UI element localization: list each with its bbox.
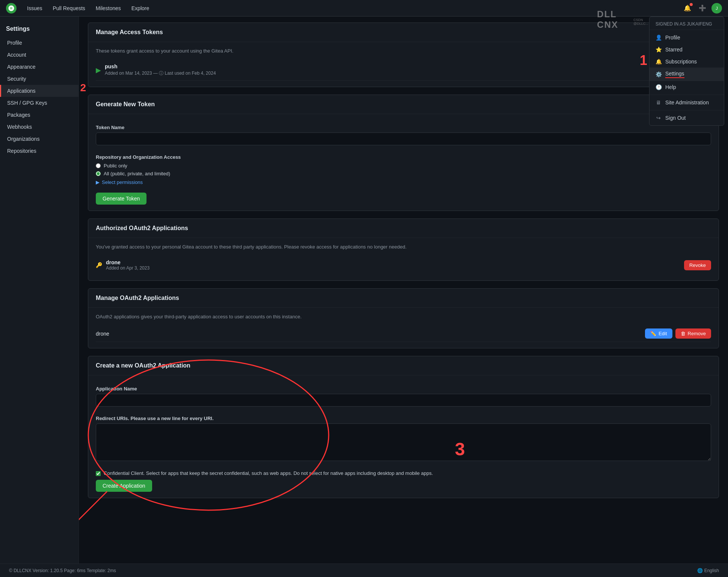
dropdown-settings-label: Settings bbox=[665, 71, 684, 78]
remove-oauth-button[interactable]: 🗑 Remove bbox=[675, 328, 711, 339]
profile-icon: 👤 bbox=[656, 35, 662, 41]
site-logo[interactable] bbox=[6, 3, 17, 14]
redirect-uri-field: Redirect URIs. Please use a new line for… bbox=[96, 411, 711, 467]
radio-all[interactable] bbox=[96, 171, 101, 176]
nav-explore[interactable]: Explore bbox=[127, 3, 154, 14]
generate-token-button[interactable]: Generate Token bbox=[96, 193, 147, 205]
sidebar-item-account[interactable]: Account bbox=[0, 49, 79, 61]
triangle-icon: ▶ bbox=[96, 179, 100, 185]
dropdown-profile-label: Profile bbox=[665, 35, 680, 41]
manage-tokens-body: These tokens grant access to your accoun… bbox=[88, 42, 719, 87]
radio-all-label[interactable]: All (public, private, and limited) bbox=[96, 171, 711, 176]
manage-oauth-row: drone ✏️ Edit 🗑 Remove bbox=[96, 325, 711, 342]
manage-oauth2-title: Manage OAuth2 Applications bbox=[88, 289, 719, 308]
dropdown-settings[interactable]: ⚙️ Settings bbox=[649, 68, 724, 81]
dropdown-profile[interactable]: 👤 Profile bbox=[649, 32, 724, 44]
create-oauth2-body: Application Name Redirect URIs. Please u… bbox=[88, 375, 719, 498]
generate-token-section: Generate New Token Token Name Repository… bbox=[88, 95, 719, 211]
revoke-oauth-button[interactable]: Revoke bbox=[684, 260, 711, 270]
redirect-uri-textarea[interactable] bbox=[96, 423, 711, 461]
key-icon: 🔑 bbox=[96, 262, 102, 268]
dropdown-subscriptions[interactable]: 🔔 Subscriptions bbox=[649, 56, 724, 68]
token-last-used: Last used on Feb 4, 2024 bbox=[165, 71, 216, 76]
radio-public-label[interactable]: Public only bbox=[96, 163, 711, 169]
settings-icon: ⚙️ bbox=[656, 71, 662, 77]
sidebar-item-packages[interactable]: Packages bbox=[0, 109, 79, 121]
main-container: Settings Profile Account Appearance Secu… bbox=[0, 17, 728, 563]
confidential-checkbox[interactable] bbox=[96, 471, 101, 476]
settings-content: Manage Access Tokens These tokens grant … bbox=[79, 17, 728, 563]
footer-copyright: © DLLCNX Version: 1.20.5 Page: 6ms Templ… bbox=[9, 568, 116, 573]
token-arrow-icon: ▶ bbox=[96, 66, 101, 74]
nav-milestones[interactable]: Milestones bbox=[91, 3, 125, 14]
dropdown-starred-label: Starred bbox=[665, 47, 683, 53]
access-radio-group: Public only All (public, private, and li… bbox=[96, 163, 711, 176]
manage-oauth2-section: Manage OAuth2 Applications OAuth2 applic… bbox=[88, 288, 719, 348]
edit-oauth-button[interactable]: ✏️ Edit bbox=[645, 328, 672, 339]
oauth-app-name: drone bbox=[106, 259, 150, 265]
dropdown-signout-label: Sign Out bbox=[665, 115, 686, 121]
radio-public[interactable] bbox=[96, 163, 101, 168]
create-oauth2-section: Create a new OAuth2 Application Applicat… bbox=[88, 356, 719, 498]
oauth-app-details: drone Added on Apr 3, 2023 bbox=[106, 259, 150, 271]
radio-public-text: Public only bbox=[104, 163, 127, 169]
manage-app-name: drone bbox=[96, 331, 109, 337]
topnav-right: DLL CNX CSDN @DLLC... 🔔 ➕ J bbox=[648, 2, 722, 14]
dropdown-divider2 bbox=[649, 110, 724, 110]
admin-icon: 🖥 bbox=[656, 99, 662, 105]
manage-tokens-section: Manage Access Tokens These tokens grant … bbox=[88, 23, 719, 87]
dropdown-starred[interactable]: ⭐ Starred bbox=[649, 44, 724, 56]
page-footer: © DLLCNX Version: 1.20.5 Page: 6ms Templ… bbox=[0, 563, 728, 577]
dropdown-divider bbox=[649, 95, 724, 95]
radio-all-text: All (public, private, and limited) bbox=[104, 171, 170, 176]
dropdown-site-admin-label: Site Administration bbox=[665, 99, 709, 105]
nav-issues[interactable]: Issues bbox=[23, 3, 47, 14]
permissions-text: Select permissions bbox=[102, 179, 143, 185]
app-name-label: Application Name bbox=[96, 386, 711, 392]
oauth-app-row: 🔑 drone Added on Apr 3, 2023 Revoke bbox=[96, 256, 711, 274]
dropdown-site-admin[interactable]: 🖥 Site Administration bbox=[649, 96, 724, 108]
signout-icon: ↪ bbox=[656, 115, 662, 121]
dropdown-subscriptions-label: Subscriptions bbox=[665, 59, 697, 65]
user-avatar[interactable]: J bbox=[711, 3, 722, 14]
oauth-app-info: 🔑 drone Added on Apr 3, 2023 bbox=[96, 259, 150, 271]
select-permissions-toggle[interactable]: ▶ Select permissions bbox=[96, 179, 711, 185]
sidebar-item-ssh-gpg[interactable]: SSH / GPG Keys bbox=[0, 97, 79, 109]
nav-links: Issues Pull Requests Milestones Explore bbox=[23, 3, 154, 14]
token-name-input[interactable] bbox=[96, 133, 711, 145]
generate-token-body: Token Name Repository and Organization A… bbox=[88, 114, 719, 211]
dropdown-signout[interactable]: ↪ Sign Out bbox=[649, 112, 724, 124]
sidebar-item-profile[interactable]: Profile bbox=[0, 37, 79, 49]
notification-badge bbox=[690, 3, 693, 6]
confidential-text: Confidential Client. Select for apps tha… bbox=[104, 470, 433, 476]
manage-oauth2-body: OAuth2 applications gives your third-par… bbox=[88, 308, 719, 348]
token-name: push bbox=[105, 63, 216, 69]
sidebar-item-webhooks[interactable]: Webhooks bbox=[0, 121, 79, 133]
sidebar-item-repositories[interactable]: Repositories bbox=[0, 145, 79, 157]
manage-tokens-title: Manage Access Tokens bbox=[88, 23, 719, 42]
nav-pull-requests[interactable]: Pull Requests bbox=[48, 3, 89, 14]
confidential-checkbox-label[interactable]: Confidential Client. Select for apps tha… bbox=[96, 470, 711, 476]
manage-oauth-btns: ✏️ Edit 🗑 Remove bbox=[645, 328, 711, 339]
authorized-oauth2-desc: You've granted access to your personal G… bbox=[96, 244, 711, 250]
create-oauth2-title: Create a new OAuth2 Application bbox=[88, 356, 719, 375]
sidebar-item-security[interactable]: Security bbox=[0, 73, 79, 85]
token-added: Added on Mar 14, 2023 bbox=[105, 71, 152, 76]
token-details: push Added on Mar 14, 2023 — ⓘ Last used… bbox=[105, 63, 216, 77]
applications-label: Applications bbox=[7, 88, 36, 94]
footer-language[interactable]: 🌐 English bbox=[697, 568, 719, 573]
create-btn[interactable]: ➕ bbox=[696, 2, 708, 14]
dropdown-help-label: Help bbox=[665, 84, 676, 90]
app-name-input[interactable] bbox=[96, 394, 711, 407]
create-application-button[interactable]: Create Application bbox=[96, 480, 152, 492]
pencil-icon: ✏️ bbox=[650, 331, 656, 336]
sidebar-item-organizations[interactable]: Organizations bbox=[0, 133, 79, 145]
dropdown-header: SIGNED IN AS JUKAIFENG bbox=[649, 18, 724, 30]
dropdown-help[interactable]: 🕐 Help bbox=[649, 81, 724, 93]
sidebar-item-appearance[interactable]: Appearance bbox=[0, 61, 79, 73]
sidebar-item-applications[interactable]: Applications 2 bbox=[0, 85, 79, 97]
authorized-oauth2-title: Authorized OAuth2 Applications bbox=[88, 219, 719, 238]
bell-icon: 🔔 bbox=[656, 59, 662, 65]
token-meta: Added on Mar 14, 2023 — ⓘ Last used on F… bbox=[105, 70, 216, 77]
notifications-btn[interactable]: 🔔 bbox=[681, 2, 693, 14]
